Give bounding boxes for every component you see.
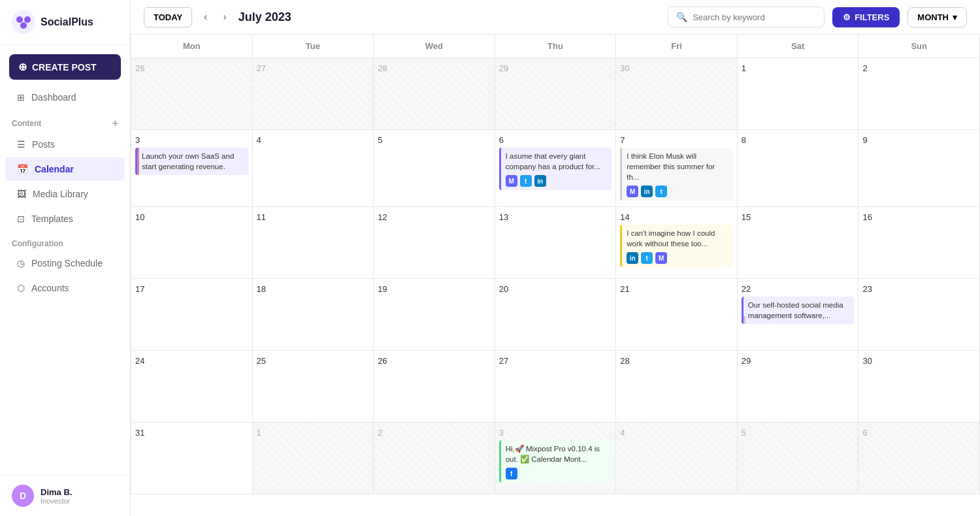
- templates-icon: ⊡: [17, 214, 25, 224]
- day-cell-6-jul[interactable]: 6 I asume that every giant company has a…: [495, 130, 617, 207]
- day-header-sun: Sun: [858, 35, 980, 58]
- user-org: Inovector: [41, 497, 72, 505]
- event-card-14-jul[interactable]: I can't imagine how I could work without…: [620, 225, 733, 267]
- day-cell-14-jul[interactable]: 14 I can't imagine how I could work with…: [616, 207, 738, 279]
- social-icons: M in t: [627, 185, 728, 197]
- day-cell-7-jul[interactable]: 7 I think Elon Musk will remember this s…: [616, 130, 738, 207]
- day-cell-23-jul[interactable]: 23: [858, 279, 980, 351]
- main-content: TODAY ‹ › July 2023 🔍 ⚙ FILTERS MONTH ▾ …: [131, 0, 980, 516]
- day-cell-16-jul[interactable]: 16: [858, 207, 980, 279]
- social-icons: in t M: [627, 252, 728, 264]
- event-card-7-jul[interactable]: I think Elon Musk will remember this sum…: [620, 148, 733, 201]
- posts-icon: ☰: [17, 139, 25, 150]
- brand-name: SocialPlus: [41, 16, 93, 28]
- sidebar-item-posts[interactable]: ☰ Posts: [5, 133, 125, 156]
- sidebar-item-dashboard[interactable]: ⊞ Dashboard: [5, 86, 125, 109]
- linkedin-icon: in: [641, 185, 653, 197]
- facebook-icon: f: [506, 468, 517, 479]
- media-icon: 🖼: [17, 189, 26, 199]
- month-title: July 2023: [238, 10, 291, 24]
- day-header-thu: Thu: [495, 35, 617, 58]
- day-cell-31-jul[interactable]: 31: [131, 423, 253, 494]
- day-cell-28-jun[interactable]: 28: [374, 58, 495, 130]
- calendar-container: Mon Tue Wed Thu Fri Sat Sun 26 27 28 29 …: [131, 35, 980, 516]
- sidebar-item-calendar[interactable]: 📅 Calendar: [5, 157, 125, 181]
- day-cell-12-jul[interactable]: 12: [374, 207, 495, 279]
- linkedin-icon: in: [627, 252, 638, 264]
- day-cell-6-aug[interactable]: 6: [858, 423, 980, 494]
- event-card-3-aug[interactable]: Hi,🚀 Mixpost Pro v0.10.4 is out. ✅ Calen…: [499, 440, 612, 483]
- search-input[interactable]: [693, 12, 816, 22]
- filters-button[interactable]: ⚙ FILTERS: [832, 7, 900, 27]
- avatar: D: [12, 485, 34, 507]
- day-cell-21-jul[interactable]: 21: [616, 279, 738, 351]
- user-profile[interactable]: D Dima B. Inovector: [0, 475, 130, 516]
- social-icons: M t in: [506, 175, 608, 187]
- create-post-button[interactable]: ⊕ CREATE POST: [9, 54, 121, 80]
- day-cell-3-aug[interactable]: 3 Hi,🚀 Mixpost Pro v0.10.4 is out. ✅ Cal…: [495, 423, 617, 494]
- logo: SocialPlus: [0, 0, 130, 45]
- day-cell-27-jul[interactable]: 27: [495, 351, 617, 423]
- event-text: Our self-hosted social media management …: [748, 300, 850, 321]
- day-cell-10-jul[interactable]: 10: [131, 207, 253, 279]
- day-cell-11-jul[interactable]: 11: [253, 207, 374, 279]
- today-button[interactable]: TODAY: [144, 7, 192, 27]
- day-cell-26-jun[interactable]: 26: [131, 58, 253, 130]
- svg-point-1: [16, 16, 23, 23]
- event-card-22-jul[interactable]: Our self-hosted social media management …: [742, 297, 855, 324]
- schedule-icon: ◷: [17, 258, 25, 268]
- filter-icon: ⚙: [843, 12, 851, 22]
- event-text: Hi,🚀 Mixpost Pro v0.10.4 is out. ✅ Calen…: [506, 443, 608, 464]
- day-cell-8-jul[interactable]: 8: [738, 130, 859, 207]
- day-cell-2-aug[interactable]: 2: [374, 423, 495, 494]
- day-cell-24-jul[interactable]: 24: [131, 351, 253, 423]
- month-view-button[interactable]: MONTH ▾: [907, 7, 967, 27]
- event-text: I can't imagine how I could work without…: [627, 228, 728, 249]
- mastodon-icon: M: [655, 252, 667, 264]
- day-cell-3-jul[interactable]: 3 Launch your own SaaS and start generat…: [131, 130, 253, 207]
- day-cell-1-jul[interactable]: 1: [738, 58, 859, 130]
- twitter-icon: t: [520, 175, 532, 187]
- logo-icon: [12, 10, 35, 34]
- day-cell-28-jul[interactable]: 28: [616, 351, 738, 423]
- day-cell-1-aug[interactable]: 1: [253, 423, 374, 494]
- day-cell-17-jul[interactable]: 17: [131, 279, 253, 351]
- day-cell-5-aug[interactable]: 5: [738, 423, 859, 494]
- sidebar-item-posting-schedule[interactable]: ◷ Posting Schedule: [5, 251, 125, 275]
- sidebar-item-media-library[interactable]: 🖼 Media Library: [5, 182, 125, 206]
- sidebar-item-templates[interactable]: ⊡ Templates: [5, 207, 125, 231]
- day-header-wed: Wed: [374, 35, 495, 58]
- add-content-icon[interactable]: +: [112, 118, 118, 129]
- prev-month-button[interactable]: ‹: [200, 8, 211, 25]
- mastodon-icon: M: [627, 185, 638, 197]
- dashboard-icon: ⊞: [17, 92, 25, 103]
- plus-icon: ⊕: [18, 61, 27, 73]
- day-cell-5-jul[interactable]: 5: [374, 130, 495, 207]
- next-month-button[interactable]: ›: [219, 8, 230, 25]
- day-cell-29-jun[interactable]: 29: [495, 58, 617, 130]
- day-cell-30-jun[interactable]: 30: [616, 58, 738, 130]
- day-cell-25-jul[interactable]: 25: [253, 351, 374, 423]
- day-cell-26-jul[interactable]: 26: [374, 351, 495, 423]
- day-cell-2-jul[interactable]: 2: [858, 58, 980, 130]
- event-card-6-jul[interactable]: I asume that every giant company has a p…: [499, 148, 612, 190]
- day-cell-13-jul[interactable]: 13: [495, 207, 617, 279]
- sidebar-item-accounts[interactable]: ⬡ Accounts: [5, 276, 125, 300]
- day-cell-30-jul[interactable]: 30: [858, 351, 980, 423]
- day-cell-15-jul[interactable]: 15: [738, 207, 859, 279]
- sidebar: SocialPlus ⊕ CREATE POST ⊞ Dashboard Con…: [0, 0, 131, 516]
- twitter-icon: t: [655, 185, 667, 197]
- day-cell-20-jul[interactable]: 20: [495, 279, 617, 351]
- day-cell-22-jul[interactable]: 22 Our self-hosted social media manageme…: [738, 279, 859, 351]
- day-cell-27-jun[interactable]: 27: [253, 58, 374, 130]
- day-cell-4-jul[interactable]: 4: [253, 130, 374, 207]
- day-cell-18-jul[interactable]: 18: [253, 279, 374, 351]
- day-cell-4-aug[interactable]: 4: [616, 423, 738, 494]
- day-header-fri: Fri: [616, 35, 738, 58]
- event-card-3-jul[interactable]: Launch your own SaaS and start generatin…: [135, 148, 248, 175]
- day-cell-9-jul[interactable]: 9: [858, 130, 980, 207]
- event-text: I asume that every giant company has a p…: [506, 151, 608, 172]
- day-cell-29-jul[interactable]: 29: [738, 351, 859, 423]
- day-cell-19-jul[interactable]: 19: [374, 279, 495, 351]
- search-box[interactable]: 🔍: [668, 7, 825, 27]
